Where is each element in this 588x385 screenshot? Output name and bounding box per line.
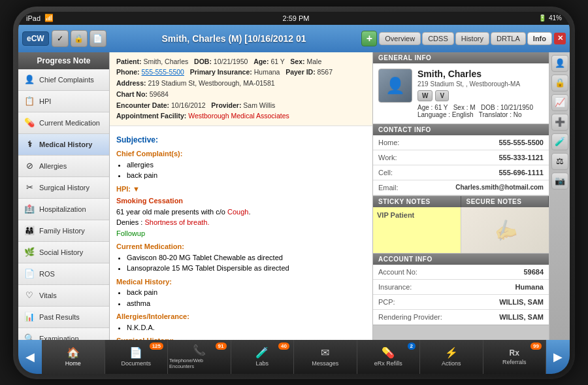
- tab-labs[interactable]: 🧪 40 Labs: [231, 340, 295, 374]
- doc-btn[interactable]: 📄: [90, 30, 106, 47]
- referrals-tab-label: Referrals: [502, 359, 527, 365]
- nav-left-arrow[interactable]: ◀: [18, 340, 42, 374]
- account-info-section: ACCOUNT INFO Account No: 59684 Insurance…: [373, 254, 549, 326]
- ipad-label: iPad: [26, 14, 41, 22]
- past-results-icon: 📊: [24, 311, 35, 323]
- tab-overview[interactable]: Overview: [379, 32, 421, 45]
- account-row-rendering: Rendering Provider: WILLIS, SAM: [373, 310, 549, 325]
- medication-item: Gaviscon 80-20 MG Tablet Chewable as dir…: [127, 252, 366, 263]
- labs-tab-label: Labs: [255, 360, 269, 367]
- sidebar-item-chief-complaints[interactable]: 👤 Chief Complaints: [18, 69, 109, 91]
- hpi-text: 61 year old male presents with c/o Cough…: [116, 207, 366, 218]
- watermark: ✍: [491, 216, 519, 244]
- ecw-logo[interactable]: eCW: [22, 31, 49, 46]
- patient-title: Smith, Charles (M) [10/16/2012 01: [109, 33, 359, 44]
- telephone-icon: 📞: [193, 344, 206, 356]
- sidebar-item-social-history[interactable]: 🌿 Social History: [18, 242, 109, 263]
- email-value: Charles.smith@hotmail.com: [455, 184, 544, 191]
- messages-tab-label: Messages: [312, 360, 338, 367]
- family-icon: 👨‍👩‍👧: [24, 225, 35, 237]
- past-results-label: Past Results: [39, 313, 80, 321]
- phone-link[interactable]: 555-555-5500: [142, 68, 184, 76]
- insurance-acc-label: Insurance:: [378, 283, 412, 291]
- patient-photo: 👤: [378, 69, 412, 103]
- facility-label: Appointment Facility:: [116, 112, 186, 120]
- main-content: Progress Note 👤 Chief Complaints 📋 HPI 💊…: [18, 52, 570, 340]
- account-info-title: ACCOUNT INFO: [373, 254, 549, 265]
- social-icon: 🌿: [24, 246, 35, 258]
- sidebar-item-examination[interactable]: 🔍 Examination: [18, 328, 109, 340]
- medical-history-list: back pain asthma: [127, 287, 366, 309]
- sidebar-item-vitals[interactable]: ♡ Vitals: [18, 285, 109, 307]
- v-button[interactable]: V: [435, 90, 449, 101]
- tab-history[interactable]: History: [455, 32, 489, 45]
- tab-erx[interactable]: 💊 2 eRx Refills: [357, 340, 421, 374]
- strip-add-icon[interactable]: ➕: [551, 114, 568, 131]
- complaint-item: allergies: [127, 159, 366, 171]
- tab-home[interactable]: 🏠 Home: [42, 340, 105, 374]
- medical-history-item: asthma: [127, 298, 366, 309]
- labs-icon: 🧪: [255, 346, 269, 359]
- secure-notes-title: SECURE NOTES: [461, 196, 549, 207]
- sidebar-item-ros[interactable]: 📄 ROS: [18, 263, 109, 285]
- payerid-label: Payer ID:: [286, 68, 316, 76]
- hpi-heading: HPI: ▼: [116, 184, 366, 195]
- address-label: Address:: [116, 79, 146, 87]
- nav-right-arrow[interactable]: ▶: [546, 340, 570, 374]
- translator-value: Translator : No: [479, 111, 522, 118]
- strip-camera-icon[interactable]: 📷: [551, 173, 568, 190]
- strip-lock-icon[interactable]: 🔒: [551, 75, 568, 92]
- cell-label: Cell:: [378, 169, 393, 176]
- family-history-label: Family History: [39, 227, 85, 235]
- close-button[interactable]: ✕: [554, 33, 566, 44]
- w-button[interactable]: W: [417, 90, 433, 101]
- sidebar-item-allergies[interactable]: ⊘ Allergies: [18, 156, 109, 177]
- tab-documents[interactable]: 📄 125 Documents: [105, 340, 169, 374]
- sidebar-item-hospitalization[interactable]: 🏥 Hospitalization: [18, 199, 109, 220]
- subjective-heading: Subjective:: [116, 134, 366, 146]
- strip-patient-icon[interactable]: 👤: [551, 55, 568, 72]
- tab-telephone[interactable]: 📞 91 Telephone/Web Encounters: [168, 340, 231, 374]
- sidebar-item-hpi[interactable]: 📋 HPI: [18, 91, 109, 112]
- add-button[interactable]: +: [361, 31, 377, 46]
- strip-chart-icon[interactable]: 📈: [551, 94, 568, 111]
- sidebar-item-medical-history[interactable]: ⚕ Medical History: [18, 134, 109, 156]
- tab-cdss[interactable]: CDSS: [422, 32, 454, 45]
- messages-icon: ✉: [321, 346, 329, 359]
- complaint-item: back pain: [127, 170, 366, 181]
- header-icons: ✓ 🔒 📄: [52, 30, 106, 47]
- medications-list: Gaviscon 80-20 MG Tablet Chewable as dir…: [127, 252, 366, 274]
- insurance-acc-value: Humana: [515, 283, 544, 291]
- rendering-value: WILLIS, SAM: [499, 313, 544, 321]
- tab-info[interactable]: Info: [527, 32, 552, 45]
- lock-btn[interactable]: 🔒: [71, 30, 88, 47]
- examination-icon: 🔍: [24, 333, 35, 340]
- chartno-label: Chart No:: [116, 90, 148, 98]
- sidebar-item-current-medication[interactable]: 💊 Current Medication: [18, 112, 109, 134]
- referrals-icon: Rx: [510, 348, 519, 358]
- strip-scale-icon[interactable]: ⚖: [551, 153, 568, 170]
- age-value: Age : 61 Y: [417, 104, 448, 111]
- work-label: Work:: [378, 154, 397, 161]
- sidebar: Progress Note 👤 Chief Complaints 📋 HPI 💊…: [18, 52, 110, 340]
- checkmark-btn[interactable]: ✓: [52, 30, 69, 47]
- tab-actions[interactable]: ⚡ Actions: [420, 340, 483, 374]
- patient-name: Smith, Charles: [417, 69, 533, 79]
- device-frame: iPad 📶 2:59 PM 🔋 41% eCW ✓ 🔒 📄 Smith, Ch…: [13, 7, 575, 379]
- surgical-icon: ✂: [24, 182, 35, 193]
- tab-referrals[interactable]: Rx 99 Referrals: [483, 340, 547, 374]
- patient-demographics: Age : 61 Y Sex : M DOB : 10/21/1950 Lang…: [417, 104, 533, 118]
- rendering-label: Rendering Provider:: [378, 313, 442, 321]
- sidebar-item-surgical-history[interactable]: ✂ Surgical History: [18, 177, 109, 199]
- contact-info-title: CONTACT INFO: [373, 124, 549, 135]
- tab-drtla[interactable]: DRTLA: [491, 32, 526, 45]
- sidebar-item-past-results[interactable]: 📊 Past Results: [18, 307, 109, 328]
- documents-badge: 125: [150, 343, 163, 350]
- erx-icon: 💊: [382, 346, 395, 359]
- sticky-left: VIP Patient: [373, 207, 461, 253]
- tab-messages[interactable]: ✉ Messages: [294, 340, 357, 374]
- sidebar-item-family-history[interactable]: 👨‍👩‍👧 Family History: [18, 220, 109, 242]
- dob-value: DOB : 10/21/1950: [481, 104, 533, 111]
- medical-history-icon: ⚕: [24, 139, 35, 150]
- strip-lab-icon[interactable]: 🧪: [551, 133, 568, 150]
